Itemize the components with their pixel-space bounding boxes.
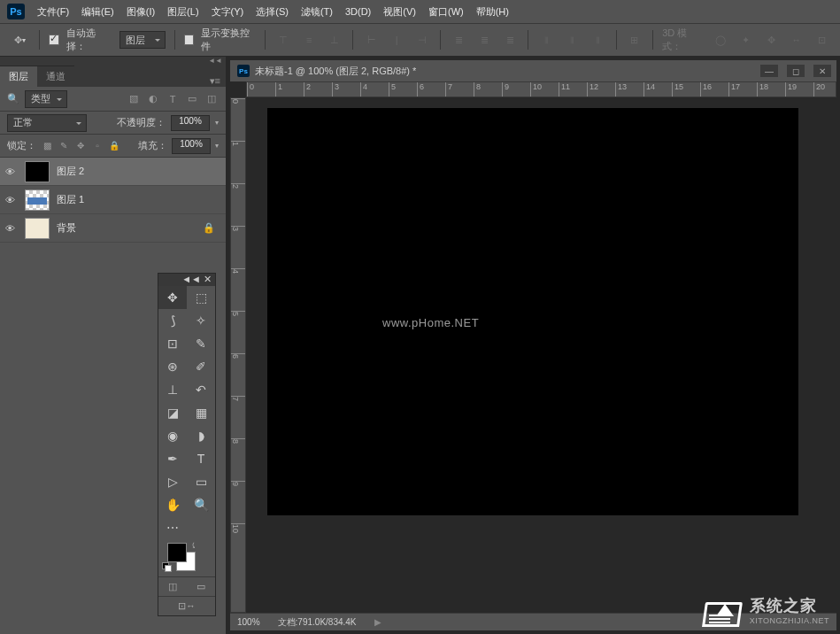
toolbox-collapse-icon[interactable]: ◄◄ ✕ <box>181 274 212 286</box>
lock-artboard-icon[interactable]: ▫ <box>91 140 104 152</box>
close-button[interactable]: ✕ <box>813 65 831 77</box>
type-tool[interactable]: T <box>187 447 215 470</box>
blend-mode-dropdown[interactable]: 正常 <box>7 114 87 132</box>
align-vcenter-icon[interactable]: ≡ <box>300 31 319 49</box>
blur-tool[interactable]: ◉ <box>158 424 187 447</box>
default-colors-icon[interactable] <box>162 562 171 571</box>
layer-row[interactable]: 👁 图层 2 <box>0 158 226 186</box>
lock-transparent-icon[interactable]: ▩ <box>41 140 53 152</box>
stamp-tool[interactable]: ⊥ <box>158 378 187 401</box>
canvas[interactable]: www.pHome.NET <box>267 108 798 515</box>
canvas-viewport[interactable]: www.pHome.NET <box>246 97 836 613</box>
marquee-tool[interactable]: ⬚ <box>187 286 215 309</box>
filter-pixel-icon[interactable]: ▧ <box>127 92 141 106</box>
layer-row[interactable]: 👁 背景 🔒 <box>0 214 226 243</box>
menu-window[interactable]: 窗口(W) <box>428 5 464 19</box>
panel-menu-icon[interactable]: ▾≡ <box>204 75 226 87</box>
screen-mode-icon[interactable]: ▭ <box>197 581 205 592</box>
menu-edit[interactable]: 编辑(E) <box>81 5 114 19</box>
auto-align-icon[interactable]: ⊞ <box>625 31 643 49</box>
pen-tool[interactable]: ✒ <box>158 447 187 470</box>
distribute-bottom-icon[interactable]: ≣ <box>501 31 520 49</box>
brush-tool[interactable]: ✐ <box>187 355 215 378</box>
align-left-icon[interactable]: ⊢ <box>362 31 381 49</box>
layer-name[interactable]: 图层 1 <box>57 193 84 206</box>
menu-help[interactable]: 帮助(H) <box>476 5 509 19</box>
shape-tool[interactable]: ▭ <box>187 470 215 493</box>
maximize-button[interactable]: ◻ <box>787 65 805 77</box>
magic-wand-tool[interactable]: ✧ <box>187 309 215 332</box>
distribute-left-icon[interactable]: ⦀ <box>537 31 556 49</box>
path-select-tool[interactable]: ▷ <box>158 470 187 493</box>
layer-thumb[interactable] <box>25 218 50 239</box>
zoom-tool[interactable]: 🔍 <box>187 493 215 516</box>
distribute-right-icon[interactable]: ⦀ <box>589 31 607 49</box>
minimize-button[interactable]: — <box>760 65 778 77</box>
transform-controls-checkbox[interactable] <box>184 35 194 45</box>
document-tab[interactable]: Ps 未标题-1 @ 100% (图层 2, RGB/8#) * — ◻ ✕ <box>230 60 836 81</box>
crop-tool[interactable]: ⊡ <box>158 332 187 355</box>
eyedropper-tool[interactable]: ✎ <box>187 332 215 355</box>
hand-tool[interactable]: ✋ <box>158 493 187 516</box>
search-icon[interactable]: 🔍 <box>7 93 19 104</box>
move-tool[interactable]: ✥ <box>158 286 187 309</box>
layer-thumb[interactable] <box>25 189 50 211</box>
gradient-tool[interactable]: ▦ <box>187 401 215 424</box>
distribute-vcenter-icon[interactable]: ≣ <box>475 31 494 49</box>
dodge-tool[interactable]: ◗ <box>187 424 215 447</box>
visibility-icon[interactable]: 👁 <box>5 223 18 234</box>
menu-layer[interactable]: 图层(L) <box>167 5 198 19</box>
menu-type[interactable]: 文字(Y) <box>212 5 244 19</box>
auto-select-target-dropdown[interactable]: 图层 <box>119 31 166 49</box>
move-tool-icon[interactable]: ✥▾ <box>9 30 30 50</box>
tab-channels[interactable]: 通道 <box>37 66 74 87</box>
visibility-icon[interactable]: 👁 <box>5 195 18 205</box>
quick-mask-icon[interactable]: ◫ <box>168 581 177 592</box>
layer-thumb[interactable] <box>25 161 50 182</box>
auto-select-checkbox[interactable] <box>49 35 58 45</box>
opacity-input[interactable]: 100% <box>171 115 210 131</box>
eraser-tool[interactable]: ◪ <box>158 401 187 424</box>
lock-image-icon[interactable]: ✎ <box>58 140 70 152</box>
status-flyout-icon[interactable]: ▶ <box>374 617 381 627</box>
edit-toolbar[interactable]: ⋯ <box>158 516 215 539</box>
vertical-ruler[interactable]: 012345678910 <box>230 97 246 613</box>
filter-smart-icon[interactable]: ◫ <box>204 92 219 106</box>
panel-collapse-icon[interactable]: ◄◄ <box>208 57 222 66</box>
lock-position-icon[interactable]: ✥ <box>74 140 87 152</box>
menu-view[interactable]: 视图(V) <box>383 5 416 19</box>
menu-filter[interactable]: 滤镜(T) <box>301 5 333 19</box>
lock-all-icon[interactable]: 🔒 <box>108 140 120 152</box>
menu-3d[interactable]: 3D(D) <box>345 6 371 17</box>
foreground-color[interactable] <box>167 543 187 562</box>
tab-layers[interactable]: 图层 <box>0 66 37 87</box>
doc-info[interactable]: 文档:791.0K/834.4K <box>278 616 357 629</box>
watermark-text: www.pHome.NET <box>382 316 479 329</box>
layer-row[interactable]: 👁 图层 1 <box>0 186 226 214</box>
menu-select[interactable]: 选择(S) <box>256 5 289 19</box>
distribute-top-icon[interactable]: ≣ <box>450 31 468 49</box>
align-bottom-icon[interactable]: ⊥ <box>326 31 344 49</box>
filter-shape-icon[interactable]: ▭ <box>185 92 199 106</box>
horizontal-ruler[interactable]: 01234567891011121314151617181920 <box>246 81 836 97</box>
layer-kind-dropdown[interactable]: 类型 <box>25 90 67 108</box>
visibility-icon[interactable]: 👁 <box>5 166 18 177</box>
lock-label: 锁定： <box>7 139 36 152</box>
zoom-level[interactable]: 100% <box>237 617 260 627</box>
filter-adjust-icon[interactable]: ◐ <box>146 92 160 106</box>
align-top-icon[interactable]: ⊤ <box>274 31 293 49</box>
menu-image[interactable]: 图像(I) <box>127 5 155 19</box>
heal-tool[interactable]: ⊛ <box>158 355 187 378</box>
swap-colors-icon[interactable]: ⤹ <box>190 541 197 550</box>
align-right-icon[interactable]: ⊣ <box>413 31 432 49</box>
screen-mode-toggle[interactable]: ⊡↔ <box>178 600 196 612</box>
menu-file[interactable]: 文件(F) <box>37 5 69 19</box>
layer-name[interactable]: 图层 2 <box>57 165 84 178</box>
lasso-tool[interactable]: ⟆ <box>158 309 187 332</box>
layer-name[interactable]: 背景 <box>57 221 76 235</box>
history-brush-tool[interactable]: ↶ <box>187 378 215 401</box>
fill-input[interactable]: 100% <box>172 138 211 154</box>
distribute-hcenter-icon[interactable]: ⦀ <box>563 31 582 49</box>
align-hcenter-icon[interactable]: | <box>388 31 406 49</box>
filter-type-icon[interactable]: T <box>166 92 180 106</box>
